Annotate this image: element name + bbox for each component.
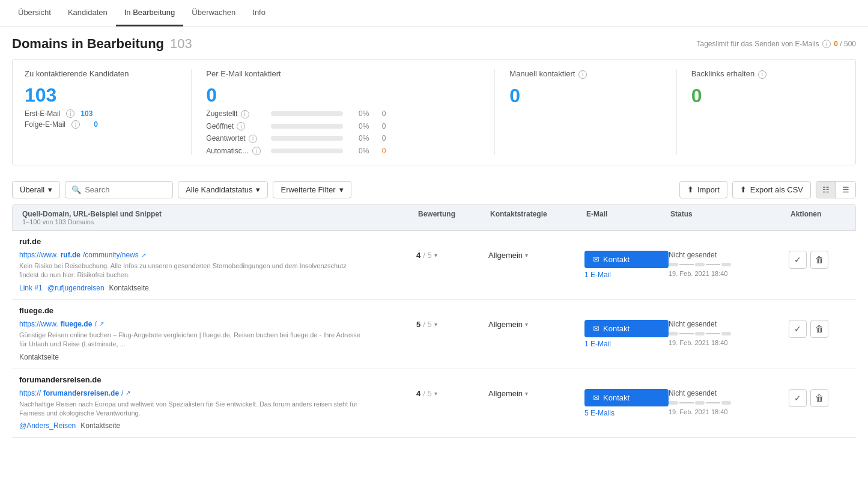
stats-backlinks: Backlinks erhalten i 0 <box>691 69 843 155</box>
strategy-ruf[interactable]: Allgemein ▾ <box>488 251 584 260</box>
geantwortet-bar <box>271 136 343 141</box>
status-progress-ruf <box>669 263 789 266</box>
tageslimit-info: Tageslimit für das Senden von E-Mails i … <box>696 40 856 49</box>
stats-backlinks-label: Backlinks erhalten i <box>691 69 843 79</box>
email-cell-ruf: ✉ Kontakt 1 E-Mail <box>584 251 669 279</box>
filter-dropdown[interactable]: Erweiterte Filter ▾ <box>273 181 351 198</box>
erst-info-icon[interactable]: i <box>66 109 74 118</box>
delete-button-forum[interactable]: 🗑 <box>810 389 828 407</box>
rating-chevron-fluege[interactable]: ▾ <box>434 321 437 328</box>
tab-ubersicht[interactable]: Übersicht <box>10 0 59 26</box>
overall-chevron-icon: ▾ <box>48 185 52 194</box>
col-status: Status <box>668 210 788 225</box>
external-link-icon-fluege: ↗ <box>99 320 104 327</box>
tageslimit-info-icon[interactable]: i <box>822 40 831 48</box>
external-link-icon: ↗ <box>141 252 146 259</box>
stats-manual: Manuell kontaktiert i 0 <box>509 69 676 155</box>
domain-link-1-ruf[interactable]: Link #1 <box>19 284 43 292</box>
geoffnet-info-icon[interactable]: i <box>237 122 245 130</box>
table-row: forumandersreisen.de https://forumanders… <box>12 369 856 438</box>
tab-kandidaten[interactable]: Kandidaten <box>59 0 116 26</box>
stats-email: Per E-Mail kontaktiert 0 Zugestellt i 0%… <box>206 69 495 155</box>
strategy-chevron-fluege: ▾ <box>525 321 528 328</box>
email-cell-fluege: ✉ Kontakt 1 E-Mail <box>584 320 669 348</box>
stats-email-total: 0 <box>206 85 480 105</box>
domain-url-fluege[interactable]: https://www.fluege.de/ ↗ <box>19 320 416 328</box>
zugestellt-info-icon[interactable]: i <box>241 110 249 118</box>
email-cell-forum: ✉ Kontakt 5 E-Mails <box>584 389 669 417</box>
domain-contact-fluege[interactable]: Kontaktseite <box>19 353 59 361</box>
rating-forum: 4 / 5 ▾ <box>416 389 488 398</box>
automatisch-info-icon[interactable]: i <box>252 147 261 155</box>
page-header: Domains in Bearbeitung 103 Tageslimit fü… <box>0 26 868 59</box>
erst-email-row: Erst-E-Mail i 103 <box>25 109 177 118</box>
tab-in-bearbeitung[interactable]: In Bearbeitung <box>116 0 184 26</box>
domain-social-ruf[interactable]: @rufjugendreisen <box>47 284 105 292</box>
domain-snippet-ruf: Kein Risiko bei Reisebuchung. Alle Infos… <box>19 262 368 280</box>
backlinks-info-icon[interactable]: i <box>758 70 766 79</box>
domain-snippet-forum: Nachhaltige Reisen nach Europa und weltw… <box>19 400 368 418</box>
view-toggle: ☷ ☰ <box>816 181 856 198</box>
import-icon: ⬆ <box>687 185 694 194</box>
domain-contact-forum[interactable]: Kontaktseite <box>80 421 120 430</box>
email-count-ruf: 1 E-Mail <box>584 271 669 279</box>
rating-fluege: 5 / 5 ▾ <box>416 320 488 329</box>
domain-details-ruf: https://www.ruf.de/community/news ↗ Kein… <box>19 251 416 292</box>
domain-name-forum: forumandersreisen.de <box>12 369 856 387</box>
email-icon-fluege: ✉ <box>593 324 599 333</box>
table-header: Quell-Domain, URL-Beispiel und Snippet 1… <box>12 204 856 231</box>
domain-social-forum[interactable]: @Anders_Reisen <box>19 421 76 430</box>
kontakt-button-ruf[interactable]: ✉ Kontakt <box>584 251 669 268</box>
page-title: Domains in Bearbeitung <box>12 36 164 52</box>
folge-info-icon[interactable]: i <box>71 120 80 129</box>
actions-cell-fluege: ✓ 🗑 <box>789 320 849 338</box>
approve-button-forum[interactable]: ✓ <box>789 389 807 407</box>
table-row: fluege.de https://www.fluege.de/ ↗ Günst… <box>12 300 856 369</box>
tab-uberwachen[interactable]: Überwachen <box>183 0 244 26</box>
overall-dropdown[interactable]: Überall ▾ <box>12 181 60 198</box>
list-view-button[interactable]: ☰ <box>836 182 855 198</box>
strategy-forum[interactable]: Allgemein ▾ <box>488 389 584 398</box>
domain-url-ruf[interactable]: https://www.ruf.de/community/news ↗ <box>19 251 416 259</box>
export-button[interactable]: ⬆ Export als CSV <box>732 181 811 198</box>
manual-info-icon[interactable]: i <box>578 70 587 79</box>
domain-details-fluege: https://www.fluege.de/ ↗ Günstige Reisen… <box>19 320 416 361</box>
domain-contact-ruf[interactable]: Kontaktseite <box>109 284 149 292</box>
domain-name-ruf: ruf.de <box>12 231 856 248</box>
grid-view-button[interactable]: ☷ <box>816 182 836 198</box>
top-nav: Übersicht Kandidaten In Bearbeitung Über… <box>0 0 868 26</box>
kontakt-button-fluege[interactable]: ✉ Kontakt <box>584 320 669 337</box>
stats-manual-label: Manuell kontaktiert i <box>509 69 661 79</box>
domain-name-fluege: fluege.de <box>12 300 856 317</box>
tab-info[interactable]: Info <box>244 0 274 26</box>
status-progress-forum <box>669 401 789 405</box>
search-input[interactable] <box>85 185 163 194</box>
toolbar: Überall ▾ 🔍 Alle Kandidatstatus ▾ Erweit… <box>0 175 868 204</box>
delete-button-fluege[interactable]: 🗑 <box>810 320 828 338</box>
search-box[interactable]: 🔍 <box>65 181 173 198</box>
approve-button-ruf[interactable]: ✓ <box>789 251 807 269</box>
kontakt-button-forum[interactable]: ✉ Kontakt <box>584 389 669 406</box>
filter-chevron-icon: ▾ <box>339 185 344 194</box>
rating-chevron-forum[interactable]: ▾ <box>434 390 437 397</box>
zugestellt-bar <box>271 111 343 116</box>
domain-url-forum[interactable]: https://forumandersreisen.de/ ↗ <box>19 389 416 397</box>
status-progress-fluege <box>669 332 789 335</box>
approve-button-fluege[interactable]: ✓ <box>789 320 807 338</box>
col-aktionen: Aktionen <box>788 210 848 225</box>
geantwortet-info-icon[interactable]: i <box>249 135 257 143</box>
kandidatstatus-dropdown[interactable]: Alle Kandidatstatus ▾ <box>178 181 268 198</box>
col-kontaktstrategie: Kontaktstrategie <box>488 210 584 225</box>
page-count: 103 <box>170 36 192 52</box>
actions-cell-forum: ✓ 🗑 <box>789 389 849 407</box>
email-stat-geoffnet: Geöffnet i 0% 0 <box>206 122 480 131</box>
import-button[interactable]: ⬆ Import <box>679 181 727 198</box>
table-container: Quell-Domain, URL-Beispiel und Snippet 1… <box>12 204 856 438</box>
folge-email-row: Folge-E-Mail i 0 <box>25 120 177 129</box>
strategy-fluege[interactable]: Allgemein ▾ <box>488 320 584 329</box>
rating-chevron-ruf[interactable]: ▾ <box>434 252 437 259</box>
geoffnet-bar <box>271 124 343 129</box>
stats-candidates-label: Zu kontaktierende Kandidaten <box>25 69 177 78</box>
delete-button-ruf[interactable]: 🗑 <box>810 251 828 269</box>
stats-candidates: Zu kontaktierende Kandidaten 103 Erst-E-… <box>25 69 192 155</box>
